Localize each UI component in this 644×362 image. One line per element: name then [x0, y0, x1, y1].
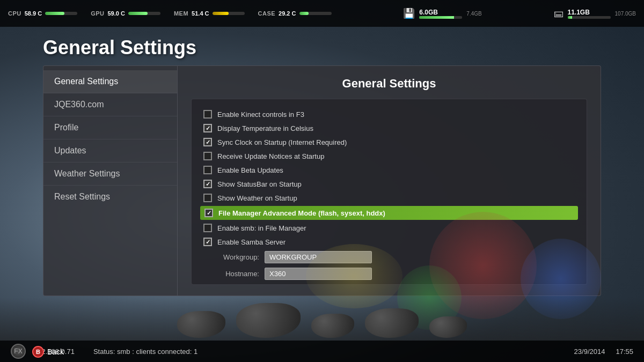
workgroup-row: Workgroup: — [202, 249, 576, 265]
label-weather: Show Weather on Startup — [217, 194, 297, 202]
checkbox-celsius[interactable] — [203, 124, 212, 132]
gpu-label: GPU — [91, 10, 104, 17]
sidebar-item-general-settings[interactable]: General Settings — [43, 70, 177, 93]
checkbox-update-notices[interactable] — [203, 152, 212, 160]
sidebar-item-weather-settings[interactable]: Weather Settings — [43, 162, 177, 186]
cpu-bar — [45, 12, 64, 15]
setting-kinect[interactable]: Enable Kinect controls in F3 — [202, 107, 576, 121]
checkbox-file-manager-adv[interactable] — [204, 209, 213, 217]
mem-label: MEM — [174, 10, 188, 17]
checkbox-kinect[interactable] — [203, 110, 212, 119]
label-beta-updates: Enable Beta Updates — [217, 166, 283, 174]
label-sync-clock: Sync Clock on Startup (Internet Required… — [217, 138, 347, 146]
setting-update-notices[interactable]: Receive Update Notices at Startup — [202, 149, 576, 163]
mem-bar-container — [213, 12, 245, 15]
rock — [365, 308, 419, 338]
label-samba: Enable Samba Server — [217, 238, 286, 246]
case-temp: 29.2 C — [279, 10, 296, 17]
setting-weather[interactable]: Show Weather on Startup — [202, 191, 576, 205]
app-logo: FX — [11, 344, 26, 359]
drive2-bar — [568, 16, 572, 19]
gpu-temp: 59.0 C — [108, 10, 125, 17]
bottom-bar: FX 192.168.0.71 Status: smb : clients co… — [0, 341, 644, 362]
mem-temp: 51.4 C — [192, 10, 209, 17]
label-file-manager-adv: File Manager Advanced Mode (flash, sysex… — [218, 209, 385, 217]
label-statusbar: Show StatusBar on Startup — [217, 180, 302, 188]
drive1-group: 💾 6.0GB 7.4GB — [403, 8, 481, 19]
label-celsius: Display Temperature in Celsius — [217, 124, 313, 132]
drive2-info: 11.1GB — [568, 9, 611, 19]
gpu-bar-container — [128, 12, 160, 15]
label-update-notices: Receive Update Notices at Startup — [217, 152, 324, 160]
cpu-label: CPU — [8, 10, 21, 17]
setting-beta-updates[interactable]: Enable Beta Updates — [202, 163, 576, 177]
sidebar-item-reset-settings[interactable]: Reset Settings — [43, 186, 177, 208]
back-button[interactable]: B Back — [32, 346, 64, 358]
mem-stat: MEM 51.4 C — [174, 10, 245, 17]
b-button-icon: B — [32, 346, 44, 358]
drive2-group: 🖴 11.1GB 107.0GB — [554, 8, 636, 19]
label-smb: Enable smb: in File Manager — [217, 224, 306, 232]
case-bar — [299, 12, 309, 15]
case-stat: CASE 29.2 C — [258, 10, 332, 17]
hostname-row: Hostname: — [202, 265, 576, 282]
case-label: CASE — [258, 10, 276, 17]
cpu-bar-container — [45, 12, 77, 15]
setting-sync-clock[interactable]: Sync Clock on Startup (Internet Required… — [202, 135, 576, 149]
page-title: General Settings — [0, 27, 644, 65]
mem-bar — [213, 12, 229, 15]
hostname-input[interactable] — [265, 268, 372, 280]
sidebar: General Settings JQE360.com Profile Upda… — [43, 65, 177, 296]
checkbox-weather[interactable] — [203, 194, 212, 202]
main-content: General Settings JQE360.com Profile Upda… — [43, 65, 601, 296]
top-status-bar: CPU 58.9 C GPU 59.0 C MEM 51.4 C CASE 29… — [0, 0, 644, 27]
checkbox-samba[interactable] — [203, 238, 212, 246]
label-kinect: Enable Kinect controls in F3 — [217, 110, 304, 119]
rock — [236, 303, 301, 338]
drive1-total: 7.4GB — [466, 11, 481, 17]
checkbox-smb[interactable] — [203, 224, 212, 232]
rock — [429, 316, 467, 338]
bottom-right: 23/9/2014 17:55 — [574, 348, 633, 356]
hostname-label: Hostname: — [216, 270, 259, 278]
drive1-size: 6.0GB — [419, 9, 462, 16]
drive2-bar-container — [568, 16, 611, 19]
gpu-bar — [128, 12, 148, 15]
sidebar-item-jqe360[interactable]: JQE360.com — [43, 93, 177, 116]
rock — [311, 314, 354, 338]
checkbox-statusbar[interactable] — [203, 180, 212, 188]
checkbox-sync-clock[interactable] — [203, 138, 212, 146]
sidebar-item-profile[interactable]: Profile — [43, 116, 177, 139]
gpu-stat: GPU 59.0 C — [91, 10, 160, 17]
rock — [177, 311, 225, 338]
bottom-status: Status: smb : clients connected: 1 — [93, 348, 197, 356]
case-bar-container — [299, 12, 332, 15]
checkbox-beta-updates[interactable] — [203, 166, 212, 174]
sidebar-item-updates[interactable]: Updates — [43, 139, 177, 162]
drive1-info: 6.0GB — [419, 9, 462, 19]
drive1-bar — [419, 16, 454, 19]
bottom-time: 17:55 — [616, 348, 633, 356]
workgroup-input[interactable] — [265, 251, 372, 263]
cpu-temp: 58.9 C — [25, 10, 42, 17]
setting-smb[interactable]: Enable smb: in File Manager — [202, 221, 576, 235]
bottom-date: 23/9/2014 — [574, 348, 605, 356]
usb-icon: 💾 — [403, 8, 415, 19]
setting-statusbar[interactable]: Show StatusBar on Startup — [202, 177, 576, 191]
setting-file-manager-adv[interactable]: File Manager Advanced Mode (flash, sysex… — [200, 206, 578, 220]
content-panel: General Settings Enable Kinect controls … — [177, 65, 601, 296]
settings-box: Enable Kinect controls in F3 Display Tem… — [191, 99, 587, 285]
setting-samba[interactable]: Enable Samba Server — [202, 235, 576, 249]
rocks-decoration — [0, 298, 644, 341]
drive2-size: 11.1GB — [568, 9, 611, 16]
workgroup-label: Workgroup: — [216, 253, 259, 261]
back-label: Back — [47, 348, 64, 356]
cpu-stat: CPU 58.9 C — [8, 10, 77, 17]
setting-celsius[interactable]: Display Temperature in Celsius — [202, 121, 576, 135]
drive1-bar-container — [419, 16, 462, 19]
content-title: General Settings — [191, 77, 587, 91]
drive2-total: 107.0GB — [615, 11, 636, 17]
hdd-icon: 🖴 — [554, 8, 564, 19]
